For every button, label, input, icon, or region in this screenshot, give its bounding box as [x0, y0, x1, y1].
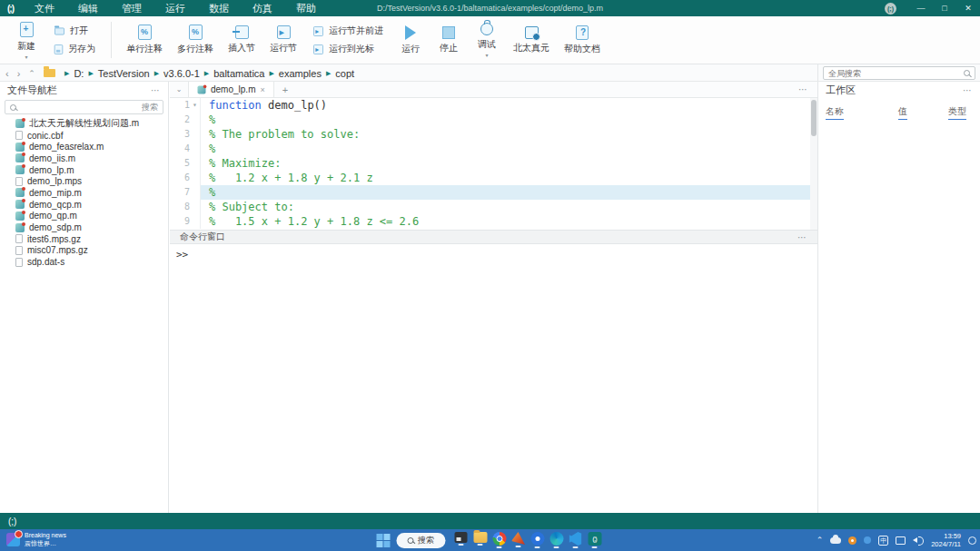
- global-search[interactable]: [823, 66, 975, 80]
- toolbar-run-section-button[interactable]: 运行节: [262, 18, 304, 62]
- breadcrumb-segment[interactable]: v3.6.0-1: [163, 68, 200, 79]
- code-line[interactable]: 5% Maximize:: [170, 156, 817, 171]
- toolbar-comment-block-button[interactable]: 多行注释: [170, 18, 221, 62]
- file-item[interactable]: demo_qp.m: [0, 211, 168, 222]
- tray-orange-dot-icon[interactable]: [848, 536, 856, 545]
- toolbar-run-to-cursor-button[interactable]: 运行到光标: [310, 42, 386, 56]
- file-item[interactable]: demo_sdp.m: [0, 221, 168, 233]
- command-window-header[interactable]: 命令行窗口 ⋯: [170, 230, 817, 244]
- breadcrumb-segment[interactable]: examples: [279, 68, 322, 79]
- clock[interactable]: 13:59 2024/7/11: [931, 532, 961, 548]
- file-item[interactable]: misc07.mps.gz: [0, 245, 168, 257]
- toolbar-open-button[interactable]: 打开: [51, 24, 98, 38]
- global-search-input[interactable]: [828, 69, 964, 78]
- folder-icon[interactable]: [44, 69, 55, 77]
- explorer-search[interactable]: 搜索: [5, 100, 163, 114]
- explorer-search-input[interactable]: [20, 103, 138, 112]
- toolbar-insert-section-button[interactable]: 插入节: [221, 18, 262, 62]
- file-item[interactable]: 北太天元解线性规划问题.m: [0, 118, 168, 130]
- menu-file[interactable]: 文件: [23, 0, 66, 16]
- start-button[interactable]: [376, 534, 390, 547]
- code-line[interactable]: 9% 1.5 x + 1.2 y + 1.8 z <= 2.6: [170, 214, 817, 229]
- toolbar-comment-line-button[interactable]: 单行注释: [119, 18, 170, 62]
- breadcrumb-segment[interactable]: copt: [335, 68, 354, 79]
- taskbar-matlab-button[interactable]: [509, 532, 528, 548]
- menu-edit[interactable]: 编辑: [66, 0, 110, 16]
- code-line[interactable]: 4%: [170, 142, 817, 156]
- breadcrumb-segment[interactable]: baltamatica: [213, 68, 264, 79]
- scrollbar-thumb[interactable]: [811, 100, 817, 136]
- minimize-button[interactable]: —: [909, 0, 933, 16]
- workspace-column-value[interactable]: 值: [898, 105, 948, 118]
- toolbar-run-section-advance-button[interactable]: 运行节并前进: [310, 24, 386, 38]
- tray-volume-icon[interactable]: [913, 536, 924, 545]
- editor-more-options-icon[interactable]: ⋯: [798, 84, 817, 94]
- explorer-search-button[interactable]: 搜索: [142, 102, 158, 113]
- file-item[interactable]: sdp.dat-s: [0, 256, 168, 268]
- taskbar-blue-app-button[interactable]: [528, 532, 547, 548]
- code-line[interactable]: 3% The problem to solve:: [170, 127, 817, 142]
- back-icon[interactable]: ‹: [5, 68, 9, 79]
- tray-ime-icon[interactable]: 中: [878, 536, 888, 546]
- maximize-button[interactable]: □: [933, 0, 956, 16]
- widgets-button[interactable]: Breaking news 震惊世界…: [6, 531, 66, 547]
- toolbar-debug-button[interactable]: 调试▾: [468, 18, 506, 62]
- file-item[interactable]: demo_qcp.m: [0, 199, 168, 211]
- more-options-icon[interactable]: ⋯: [151, 85, 161, 95]
- workspace-column-type[interactable]: 类型: [948, 105, 973, 118]
- command-window[interactable]: >>: [170, 244, 817, 265]
- menu-simulation[interactable]: 仿真: [241, 0, 284, 16]
- editor-scrollbar[interactable]: [810, 98, 817, 230]
- breadcrumb-segment[interactable]: D:: [74, 68, 84, 79]
- tray-chevron-up-icon[interactable]: ⌃: [817, 536, 824, 545]
- code-editor[interactable]: 1▾function demo_lp()2%3% The problem to …: [170, 98, 817, 230]
- code-line[interactable]: 7%: [170, 185, 817, 200]
- code-line[interactable]: 8% Subject to:: [170, 200, 817, 214]
- toolbar-new-button[interactable]: 新建▾: [7, 18, 45, 62]
- menu-manage[interactable]: 管理: [110, 0, 153, 16]
- code-line[interactable]: 6% 1.2 x + 1.8 y + 2.1 z: [170, 171, 817, 185]
- code-line[interactable]: 1▾function demo_lp(): [170, 98, 817, 113]
- toolbar-run-button[interactable]: 运行: [391, 18, 430, 62]
- workspace-column-name[interactable]: 名称: [826, 105, 898, 118]
- file-item[interactable]: conic.cbf: [0, 130, 168, 142]
- tray-cloud-icon[interactable]: [830, 537, 841, 544]
- taskbar-baltamatica-button[interactable]: (;): [585, 532, 604, 548]
- toolbar-zhenyuan-button[interactable]: 北太真元: [506, 18, 557, 62]
- tab-demo-lp[interactable]: demo_lp.m ×: [188, 82, 274, 97]
- taskbar-chrome-button[interactable]: [490, 532, 509, 548]
- workspace-more-options-icon[interactable]: ⋯: [963, 85, 973, 95]
- file-item[interactable]: demo_mip.m: [0, 187, 168, 199]
- tray-blue-dot-icon[interactable]: [864, 536, 871, 544]
- up-icon[interactable]: ⌃: [28, 69, 35, 78]
- file-item[interactable]: demo_lp.m: [0, 164, 168, 176]
- close-button[interactable]: ✕: [956, 0, 980, 16]
- file-item[interactable]: demo_feasrelax.m: [0, 141, 168, 153]
- tab-list-chevron-icon[interactable]: ⌄: [170, 82, 188, 97]
- tray-display-icon[interactable]: [896, 536, 906, 545]
- taskbar-vscode-button[interactable]: [566, 532, 585, 548]
- file-item[interactable]: itest6.mps.gz: [0, 233, 168, 245]
- code-line[interactable]: 2%: [170, 113, 817, 127]
- notification-icon[interactable]: [968, 536, 976, 545]
- tab-label: demo_lp.m: [211, 84, 255, 94]
- menu-run[interactable]: 运行: [153, 0, 197, 16]
- tab-close-icon[interactable]: ×: [260, 85, 264, 94]
- file-item[interactable]: demo_iis.m: [0, 153, 168, 164]
- menu-help[interactable]: 帮助: [284, 0, 328, 16]
- file-name: demo_qp.m: [29, 211, 77, 221]
- forward-icon[interactable]: ›: [17, 68, 21, 79]
- breadcrumb-segment[interactable]: TestVersion: [98, 68, 150, 79]
- taskbar-capture-app-button[interactable]: [451, 532, 470, 548]
- account-badge-icon[interactable]: (;): [885, 3, 896, 15]
- command-more-options-icon[interactable]: ⋯: [797, 232, 807, 242]
- toolbar-stop-button[interactable]: 停止: [430, 18, 468, 62]
- taskbar-edge-button[interactable]: [547, 532, 566, 548]
- file-item[interactable]: demo_lp.mps: [0, 175, 168, 187]
- taskbar-search[interactable]: 搜索: [396, 533, 445, 548]
- toolbar-save-as-button[interactable]: 另存为: [51, 42, 98, 56]
- menu-data[interactable]: 数据: [197, 0, 241, 16]
- new-tab-button[interactable]: +: [274, 82, 296, 97]
- taskbar-file-explorer-button[interactable]: [470, 532, 490, 548]
- toolbar-help-doc-button[interactable]: 帮助文档: [557, 18, 608, 62]
